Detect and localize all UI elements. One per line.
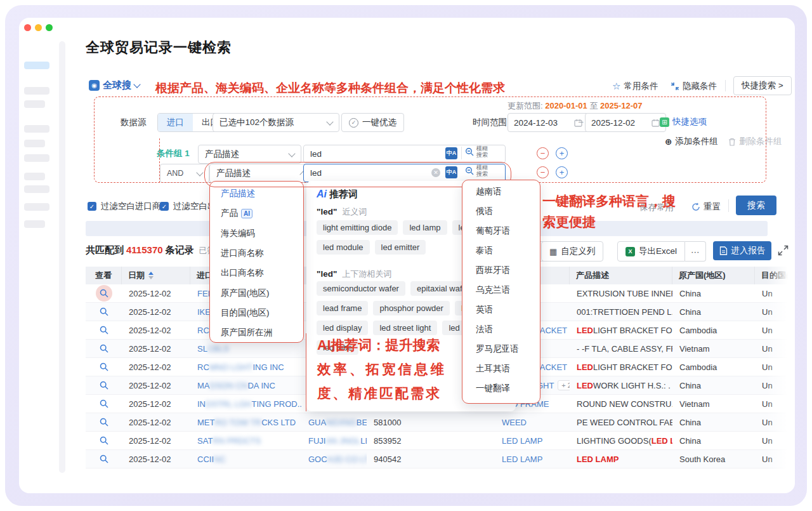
- fullscreen-button[interactable]: [778, 245, 789, 256]
- view-detail-button[interactable]: [96, 322, 112, 338]
- importer-link: DA INC: [247, 381, 275, 390]
- row-exporter-cell[interactable]: FUJIAN JNGLLEC...: [301, 432, 367, 450]
- description-text: LED L...: [652, 436, 672, 446]
- ai-related-tag[interactable]: semiconductor wafer: [317, 281, 405, 296]
- annotation-top-text: 根据产品、海关编码、企业名称等多种条件组合，满足个性化需求: [155, 79, 505, 97]
- view-detail-button[interactable]: [96, 359, 112, 375]
- maximize-window-button[interactable]: [46, 24, 53, 31]
- column-header-1: 查看: [86, 267, 122, 284]
- language-option-10[interactable]: 土耳其语: [476, 363, 510, 375]
- importer-link-blurred: DSTRL LGH: [206, 399, 251, 409]
- sort-up-icon: [148, 272, 154, 275]
- filter-blank-importer-checkbox[interactable]: ✓ 过滤空白进口商: [88, 201, 161, 212]
- description-text: LED: [577, 381, 593, 390]
- row-origin-cell: China: [672, 432, 755, 450]
- annotation-translate-text: 一键翻译多种语言，搜 索更便捷: [542, 190, 707, 232]
- sidebar-skeleton-bar: [24, 185, 49, 193]
- language-option-5[interactable]: 西班牙语: [476, 265, 510, 276]
- magnifier-icon: [100, 344, 108, 353]
- language-option-1[interactable]: 越南语: [476, 186, 502, 197]
- close-window-button[interactable]: [24, 24, 31, 31]
- ai-related-tag[interactable]: phosphor powder: [373, 301, 449, 315]
- language-option-7[interactable]: 英语: [476, 304, 493, 315]
- row-exporter-cell[interactable]: GOCHJD CO LTD: [301, 450, 367, 468]
- view-detail-button[interactable]: [96, 395, 112, 412]
- customize-columns-button[interactable]: ▦ 自定义列: [541, 241, 603, 262]
- hide-conditions-button[interactable]: 隐藏条件: [671, 81, 717, 92]
- ai-badge: AI: [241, 209, 252, 218]
- field-option-5[interactable]: 出口商名称: [221, 267, 264, 279]
- row-product-cell[interactable]: WEED: [495, 413, 570, 432]
- row-hscode-cell: 581000: [367, 413, 431, 432]
- export-excel-button[interactable]: X 导出Excel: [617, 241, 685, 262]
- language-option-11[interactable]: 一键翻译: [476, 383, 510, 394]
- field-option-6[interactable]: 原产国(地区): [221, 288, 270, 299]
- row-view-cell: [86, 358, 122, 376]
- description-text: EXTRUSION TUBE INNER...: [577, 289, 672, 298]
- table-right-fade: [766, 265, 795, 476]
- language-option-3[interactable]: 葡萄牙语: [476, 225, 510, 237]
- product-keyword-link[interactable]: WEED: [502, 418, 527, 427]
- row-date-cell: 2025-12-02: [122, 432, 190, 450]
- ai-related-tag[interactable]: lead frame: [317, 301, 368, 315]
- language-option-2[interactable]: 俄语: [476, 206, 493, 217]
- view-detail-button[interactable]: [96, 377, 112, 394]
- search-button[interactable]: 搜索: [736, 196, 776, 215]
- row-importer-cell[interactable]: SATRN PRDCTS: [190, 432, 301, 450]
- quick-search-button[interactable]: 快捷搜索 >: [733, 76, 792, 95]
- row-view-cell: [86, 321, 122, 340]
- product-keyword-link[interactable]: LED LAMP: [502, 455, 542, 464]
- row-importer-cell[interactable]: MADSON CNDA INC: [190, 376, 301, 395]
- language-option-8[interactable]: 法语: [476, 324, 493, 335]
- importer-link: SAT: [197, 436, 213, 446]
- field-option-7[interactable]: 目的国(地区): [221, 307, 270, 319]
- favorite-conditions-button[interactable]: ☆ 常用条件: [612, 81, 658, 92]
- enter-report-button[interactable]: 进入报告: [713, 241, 771, 260]
- view-detail-button[interactable]: [96, 303, 112, 320]
- view-detail-button[interactable]: [96, 451, 112, 467]
- annotation-ai-text: AI推荐词：提升搜索 效率、拓宽信息维 度、精准匹配需求: [317, 333, 447, 406]
- global-search-scope-dropdown[interactable]: ◉ 全球搜: [89, 79, 140, 91]
- row-importer-cell[interactable]: INDSTRL LGHTING PROD...: [190, 395, 301, 413]
- view-detail-button[interactable]: [96, 340, 112, 357]
- ai-synonym-tag[interactable]: led lamp: [403, 220, 447, 235]
- language-dropdown-panel: 越南语俄语葡萄牙语泰语西班牙语乌克兰语英语法语罗马尼亚语土耳其语一键翻译: [462, 180, 540, 404]
- view-detail-button[interactable]: [96, 285, 112, 302]
- row-importer-cell[interactable]: METRO TOW TRCKS LTD: [190, 413, 301, 432]
- row-exporter-cell[interactable]: GUANGXNGBE H...: [301, 413, 367, 432]
- field-option-8[interactable]: 原产国所在洲: [221, 327, 272, 338]
- row-importer-cell[interactable]: RCMNO LGHTING INC: [190, 358, 301, 376]
- field-option-2[interactable]: 产品AI: [221, 208, 252, 219]
- row-product-cell[interactable]: LED LAMP: [495, 432, 570, 450]
- results-summary: 共匹配到4115370条记录已筛选: [86, 244, 224, 256]
- field-option-4[interactable]: 进口商名称: [221, 248, 264, 259]
- minimize-window-button[interactable]: [35, 24, 42, 31]
- view-detail-button[interactable]: [96, 432, 112, 449]
- language-option-9[interactable]: 罗马尼亚语: [476, 343, 519, 355]
- row-origin-cell: Cambodia: [672, 321, 755, 340]
- field-option-1[interactable]: 产品描述: [221, 188, 255, 199]
- importer-link-blurred: MNO LGHT: [209, 362, 253, 372]
- row-product-cell[interactable]: LED LAMP: [495, 450, 570, 468]
- column-header-2[interactable]: 日期: [122, 267, 190, 284]
- ai-synonym-tag[interactable]: light emitting diode: [317, 220, 398, 235]
- importer-link: IN: [197, 399, 206, 409]
- column-header-label: 查看: [95, 270, 112, 281]
- more-export-options-button[interactable]: ···: [685, 241, 706, 262]
- row-importer-cell[interactable]: CCIINC: [190, 450, 301, 468]
- magnifier-icon: [100, 418, 108, 427]
- ai-synonym-tag[interactable]: led module: [317, 240, 370, 255]
- sort-icon[interactable]: [148, 272, 154, 279]
- language-option-4[interactable]: 泰语: [476, 245, 493, 256]
- ai-synonym-tag[interactable]: led emitter: [375, 240, 426, 255]
- more-tags-badge[interactable]: + 2: [558, 380, 570, 390]
- language-option-6[interactable]: 乌克兰语: [476, 284, 510, 296]
- product-keyword-link[interactable]: LED LAMP: [502, 436, 542, 446]
- view-detail-button[interactable]: [96, 414, 112, 430]
- table-columns-icon: ▦: [549, 247, 557, 256]
- importer-link: MET: [197, 418, 214, 427]
- ai-logo-icon: Ai: [317, 189, 327, 200]
- checkbox-checked-icon: ✓: [160, 202, 169, 211]
- row-origin-cell: South Korea: [672, 450, 755, 468]
- field-option-3[interactable]: 海关编码: [221, 228, 255, 239]
